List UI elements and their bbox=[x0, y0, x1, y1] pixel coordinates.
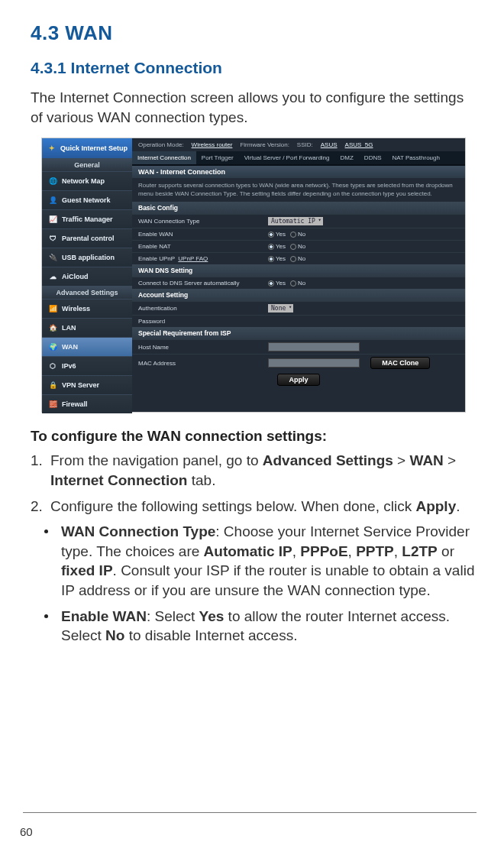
tab-internet-connection[interactable]: Internet Connection bbox=[132, 151, 196, 164]
sidebar-item-usb[interactable]: 🔌USB application bbox=[42, 248, 132, 267]
row-authentication: Authentication None bbox=[132, 301, 465, 315]
sidebar-item-network-map[interactable]: 🌐Network Map bbox=[42, 171, 132, 190]
wan-icon: 🌍 bbox=[47, 342, 58, 352]
radio-label: No bbox=[298, 231, 305, 238]
row-label: WAN Connection Type bbox=[138, 218, 268, 225]
radio-no[interactable]: No bbox=[290, 280, 305, 287]
row-label: MAC Address bbox=[138, 360, 268, 367]
radio-yes[interactable]: Yes bbox=[268, 231, 286, 238]
bullet-text: . Consult your ISP if the router is unab… bbox=[61, 562, 474, 598]
sidebar-item-ipv6[interactable]: ⬡IPv6 bbox=[42, 356, 132, 375]
bullet-icon bbox=[44, 530, 48, 533]
screenshot-main: Operation Mode: Wireless router Firmware… bbox=[132, 138, 465, 412]
band-dns: WAN DNS Setting bbox=[132, 264, 465, 277]
sidebar-item-label: VPN Server bbox=[62, 381, 99, 389]
ssid-value-2[interactable]: ASUS_5G bbox=[345, 141, 373, 148]
auth-dropdown[interactable]: None bbox=[268, 304, 293, 313]
intro-text: The Internet Connection screen allows yo… bbox=[31, 88, 477, 127]
apply-button[interactable]: Apply bbox=[277, 374, 319, 386]
sidebar-item-aicloud[interactable]: ☁AiCloud bbox=[42, 267, 132, 286]
ssid-value-1[interactable]: ASUS bbox=[321, 141, 338, 148]
host-name-input[interactable] bbox=[268, 342, 360, 351]
upnp-faq-link[interactable]: UPnP FAQ bbox=[178, 255, 208, 262]
band-basic-config: Basic Config bbox=[132, 202, 465, 214]
step-text: > bbox=[393, 452, 410, 468]
ipv6-icon: ⬡ bbox=[47, 361, 58, 371]
step-1: 1. From the navigation panel, go to Adva… bbox=[31, 451, 477, 490]
mac-clone-button[interactable]: MAC Clone bbox=[370, 357, 430, 369]
sidebar-item-label: IPv6 bbox=[62, 362, 76, 370]
radio-yes[interactable]: Yes bbox=[268, 280, 286, 287]
shield-icon: 🛡 bbox=[47, 233, 58, 244]
radio-label: No bbox=[298, 243, 305, 250]
tab-ddns[interactable]: DDNS bbox=[359, 151, 387, 164]
sidebar-item-label: Firewall bbox=[62, 400, 88, 408]
bullet-bold: Automatic IP bbox=[204, 543, 292, 559]
globe-icon: 🌐 bbox=[47, 176, 58, 186]
firmware-label: Firmware Version: bbox=[240, 141, 289, 148]
quick-internet-setup[interactable]: ✦ Quick Internet Setup bbox=[42, 138, 132, 158]
radio-no[interactable]: No bbox=[290, 255, 305, 262]
tab-port-trigger[interactable]: Port Trigger bbox=[196, 151, 239, 164]
wan-type-dropdown[interactable]: Automatic IP bbox=[268, 217, 323, 225]
tab-virtual-server[interactable]: Virtual Server / Port Forwarding bbox=[239, 151, 335, 164]
steps-title: To configure the WAN connection settings… bbox=[31, 428, 477, 445]
band-account: Account Setting bbox=[132, 289, 465, 301]
bullet-enable-wan: Enable WAN: Select Yes to allow the rout… bbox=[31, 607, 477, 646]
panel-title: WAN - Internet Connection bbox=[132, 166, 465, 178]
row-label: Authentication bbox=[138, 305, 268, 312]
sidebar-item-traffic[interactable]: 📈Traffic Manager bbox=[42, 209, 132, 228]
steps-list: 1. From the navigation panel, go to Adva… bbox=[31, 451, 477, 516]
sidebar-item-lan[interactable]: 🏠LAN bbox=[42, 318, 132, 337]
ssid-label: SSID: bbox=[297, 141, 313, 148]
row-label: Enable NAT bbox=[138, 243, 268, 250]
radio-dot-icon bbox=[268, 232, 274, 238]
opmode-value[interactable]: Wireless router bbox=[192, 141, 233, 148]
step-bold: Advanced Settings bbox=[263, 452, 393, 468]
sidebar-item-firewall[interactable]: 🧱Firewall bbox=[42, 394, 132, 413]
radio-dot-icon bbox=[268, 256, 274, 262]
sidebar-item-wireless[interactable]: 📶Wireless bbox=[42, 299, 132, 318]
tab-nat-passthrough[interactable]: NAT Passthrough bbox=[387, 151, 445, 164]
radio-label: No bbox=[298, 280, 305, 287]
radio-no[interactable]: No bbox=[290, 243, 305, 250]
radio-yes[interactable]: Yes bbox=[268, 255, 286, 262]
sidebar-item-vpn[interactable]: 🔒VPN Server bbox=[42, 375, 132, 394]
radio-label: No bbox=[298, 255, 305, 262]
step-text: . bbox=[456, 498, 460, 514]
sidebar-item-parental[interactable]: 🛡Parental control bbox=[42, 228, 132, 248]
row-label: Password bbox=[138, 318, 268, 325]
radio-label: Yes bbox=[276, 255, 286, 262]
step-bold: WAN bbox=[410, 452, 444, 468]
bullet-text: , bbox=[394, 543, 402, 559]
bullet-list: WAN Connection Type: Choose your Interne… bbox=[31, 522, 477, 646]
radio-dot-icon bbox=[268, 244, 274, 250]
footer-rule bbox=[23, 812, 477, 813]
screenshot-sidebar: ✦ Quick Internet Setup General 🌐Network … bbox=[42, 138, 132, 412]
bullet-bold: WAN Connection Type bbox=[61, 523, 215, 539]
wand-icon: ✦ bbox=[47, 143, 57, 154]
row-dns-auto: Connect to DNS Server automatically Yes … bbox=[132, 277, 465, 289]
step-2: 2. Configure the following settings belo… bbox=[31, 497, 477, 517]
mac-address-input[interactable] bbox=[268, 358, 360, 368]
radio-dot-icon bbox=[290, 232, 296, 238]
bullet-text: , bbox=[348, 543, 357, 559]
radio-label: Yes bbox=[276, 243, 286, 250]
step-text: > bbox=[444, 452, 456, 468]
radio-dot-icon bbox=[290, 244, 296, 250]
step-bold: Apply bbox=[415, 498, 456, 514]
step-text: tab. bbox=[187, 472, 215, 488]
radio-no[interactable]: No bbox=[290, 231, 305, 238]
sidebar-item-label: AiCloud bbox=[62, 273, 89, 280]
row-label: Enable WAN bbox=[138, 231, 268, 238]
tab-dmz[interactable]: DMZ bbox=[335, 151, 359, 164]
radio-label: Yes bbox=[276, 280, 286, 287]
wan-tabs: Internet Connection Port Trigger Virtual… bbox=[132, 151, 465, 166]
screenshot-topbar: Operation Mode: Wireless router Firmware… bbox=[132, 138, 465, 151]
bullet-bold: PPPoE bbox=[300, 543, 347, 559]
sidebar-item-guest[interactable]: 👤Guest Network bbox=[42, 190, 132, 209]
radio-yes[interactable]: Yes bbox=[268, 243, 286, 250]
sidebar-item-label: Parental control bbox=[62, 235, 115, 242]
sidebar-item-wan[interactable]: 🌍WAN bbox=[42, 337, 132, 356]
radio-dot-icon bbox=[290, 280, 296, 287]
